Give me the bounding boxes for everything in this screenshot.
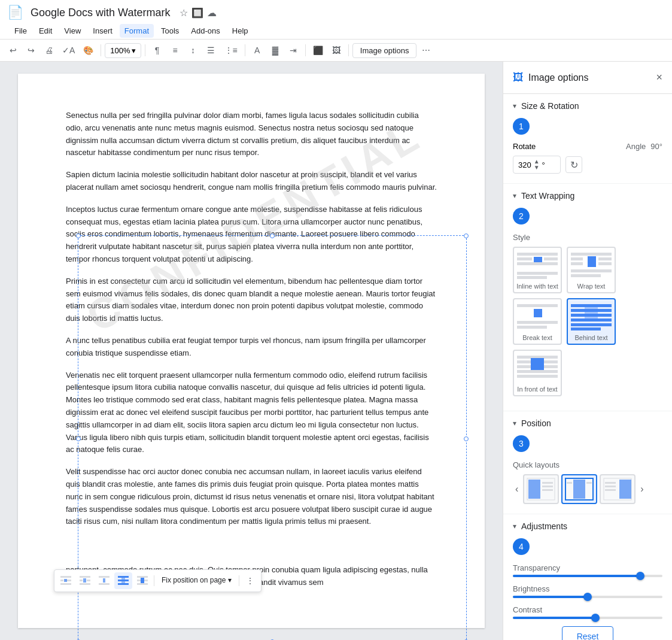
position-section: ▾ Position 3 Quick layouts ‹ bbox=[503, 411, 672, 514]
angle-stepper[interactable]: ▲ ▼ bbox=[534, 159, 540, 171]
crop-button[interactable]: ⬛ bbox=[309, 42, 327, 59]
adjustments-header[interactable]: ▾ Adjustments bbox=[503, 514, 672, 538]
wrap-text-btn[interactable] bbox=[76, 572, 94, 589]
layout-option-1[interactable] bbox=[523, 474, 559, 504]
para-2: Sapien dictum lacinia molestie sollicitu… bbox=[66, 169, 437, 194]
svg-rect-57 bbox=[542, 489, 553, 491]
menu-view[interactable]: View bbox=[59, 24, 86, 38]
svg-rect-64 bbox=[605, 482, 616, 484]
adjustments-label: Adjustments bbox=[521, 521, 567, 531]
list-button[interactable]: ☰ bbox=[203, 42, 220, 59]
svg-rect-1 bbox=[60, 580, 63, 581]
svg-rect-24 bbox=[544, 257, 558, 260]
spell-check-button[interactable]: ✓A bbox=[59, 42, 78, 59]
wrap-front-label: In front of text bbox=[517, 386, 557, 393]
svg-rect-26 bbox=[517, 272, 558, 275]
wrap-text-option[interactable]: Wrap text bbox=[567, 247, 616, 293]
handle-top-right[interactable] bbox=[464, 233, 469, 238]
menu-edit[interactable]: Edit bbox=[34, 24, 57, 38]
menu-help[interactable]: Help bbox=[227, 24, 253, 38]
rotate-row: Rotate Angle 90° bbox=[513, 142, 662, 151]
degree-symbol: ° bbox=[542, 160, 545, 169]
undo-button[interactable]: ↩ bbox=[5, 42, 22, 59]
line-spacing-button[interactable]: ↕ bbox=[185, 42, 202, 59]
align-button[interactable]: ≡ bbox=[167, 42, 184, 59]
cloud-icon[interactable]: ☁ bbox=[207, 7, 217, 19]
reset-button[interactable]: Reset bbox=[562, 626, 614, 640]
more-button[interactable]: ⋯ bbox=[418, 42, 434, 59]
transparency-fill bbox=[513, 575, 640, 577]
doc-page: CONFIDENTIAL Senectus nulla per sed frin… bbox=[18, 74, 485, 628]
contrast-slider[interactable] bbox=[513, 617, 662, 619]
color-button[interactable]: A bbox=[249, 42, 266, 59]
image-options-toolbar-button[interactable]: Image options bbox=[352, 43, 417, 58]
wrap-inline-btn[interactable] bbox=[57, 572, 75, 589]
transparency-thumb[interactable] bbox=[636, 572, 644, 580]
contrast-thumb[interactable] bbox=[591, 614, 600, 622]
layout-option-2[interactable] bbox=[561, 474, 597, 504]
print-button[interactable]: 🖨 bbox=[41, 42, 57, 59]
redo-button[interactable]: ↪ bbox=[23, 42, 39, 59]
angle-input-field[interactable]: 320 ▲ ▼ ° bbox=[513, 156, 561, 174]
separator-3 bbox=[245, 44, 245, 56]
wrap-behind-option[interactable]: Behind text bbox=[567, 298, 616, 345]
quick-layouts-label: Quick layouts bbox=[513, 460, 662, 469]
layout-prev[interactable]: ‹ bbox=[513, 481, 521, 497]
paint-format-button[interactable]: 🎨 bbox=[80, 42, 97, 59]
folder-icon[interactable]: 🔲 bbox=[191, 7, 203, 19]
panel-title-container: 🖼 Image options bbox=[513, 71, 589, 84]
position-header[interactable]: ▾ Position bbox=[503, 411, 672, 435]
zoom-control[interactable]: 100% ▾ bbox=[105, 43, 141, 58]
para-6: Venenatis nec elit torquent praesent ull… bbox=[66, 369, 437, 457]
svg-rect-65 bbox=[605, 486, 616, 487]
menu-format[interactable]: Format bbox=[120, 24, 154, 38]
indent-button[interactable]: ⇥ bbox=[285, 42, 302, 59]
size-rotation-header[interactable]: ▾ Size & Rotation bbox=[503, 94, 672, 118]
handle-mid-right[interactable] bbox=[464, 436, 469, 441]
para-5: A nunc tellus penatibus cubilia erat feu… bbox=[66, 335, 437, 360]
svg-rect-55 bbox=[542, 482, 553, 484]
bullet-list-button[interactable]: ⋮≡ bbox=[221, 42, 241, 59]
wrap-inline-option[interactable]: Inline with text bbox=[513, 247, 562, 293]
star-icon[interactable]: ☆ bbox=[180, 7, 188, 19]
normal-text-button[interactable]: ¶ bbox=[149, 42, 166, 59]
more-options-btn[interactable]: ⋮ bbox=[242, 572, 259, 589]
wrap-break-btn[interactable] bbox=[95, 572, 113, 589]
panel-close-button[interactable]: × bbox=[656, 71, 662, 84]
position-label-text: Position bbox=[521, 418, 551, 428]
adjustments-section: ▾ Adjustments 4 Transparency Bright bbox=[503, 514, 672, 640]
menu-file[interactable]: File bbox=[10, 24, 32, 38]
wrap-inline-icon bbox=[516, 250, 559, 280]
svg-rect-39 bbox=[517, 326, 547, 329]
bt-sep-2 bbox=[239, 575, 239, 586]
svg-rect-11 bbox=[99, 583, 110, 585]
wrap-behind-btn[interactable] bbox=[114, 572, 132, 589]
angle-down[interactable]: ▼ bbox=[534, 165, 540, 171]
brightness-thumb[interactable] bbox=[583, 593, 592, 601]
layout-option-3[interactable] bbox=[600, 474, 635, 504]
zoom-chevron: ▾ bbox=[132, 46, 136, 55]
rotate-icon-btn[interactable]: ↻ bbox=[565, 156, 582, 173]
menu-insert[interactable]: Insert bbox=[88, 24, 117, 38]
wrap-break-option[interactable]: Break text bbox=[513, 298, 562, 345]
wrap-front-option[interactable]: In front of text bbox=[513, 350, 562, 396]
menu-addons[interactable]: Add-ons bbox=[186, 24, 224, 38]
position-select[interactable]: Fix position on page ▾ bbox=[157, 572, 236, 589]
svg-rect-22 bbox=[517, 257, 532, 260]
image-button[interactable]: 🖼 bbox=[328, 42, 345, 59]
wrap-front-btn[interactable] bbox=[133, 572, 151, 589]
menu-tools[interactable]: Tools bbox=[156, 24, 184, 38]
layout-next[interactable]: › bbox=[638, 481, 646, 497]
text-color-button[interactable]: ▓ bbox=[267, 42, 284, 59]
transparency-slider[interactable] bbox=[513, 575, 662, 577]
svg-rect-44 bbox=[585, 307, 598, 320]
menu-bar: File Edit View Insert Format Tools Add-o… bbox=[0, 23, 672, 40]
panel-image-icon: 🖼 bbox=[513, 71, 524, 84]
svg-rect-28 bbox=[571, 253, 612, 256]
text-wrapping-header[interactable]: ▾ Text Wrapping bbox=[503, 184, 672, 208]
brightness-slider[interactable] bbox=[513, 596, 662, 598]
svg-rect-19 bbox=[137, 583, 148, 585]
svg-rect-7 bbox=[87, 580, 90, 581]
para-1: Senectus nulla per sed fringilla pulvina… bbox=[66, 110, 437, 159]
size-rotation-section: ▾ Size & Rotation 1 Rotate Angle 90° 320… bbox=[503, 94, 672, 184]
